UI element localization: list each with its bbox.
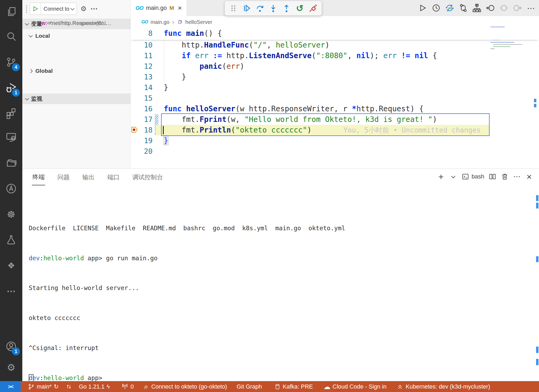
kafka-item[interactable]: Kafka: PRE <box>274 383 313 390</box>
scope-global[interactable]: Global <box>22 65 130 76</box>
kubernetes-context-item[interactable]: Kubernetes: dev (k3d-mycluster) <box>397 383 490 390</box>
navigate-back-icon[interactable] <box>485 2 496 14</box>
breakpoint-gutter[interactable] <box>131 72 139 82</box>
breakpoint-gutter[interactable] <box>131 104 139 114</box>
panel-tab[interactable]: 调试控制台 <box>132 169 163 185</box>
scope-local[interactable]: Local <box>22 30 130 41</box>
code-line[interactable]: 14 } <box>131 82 539 93</box>
close-panel-icon[interactable]: × <box>525 171 533 182</box>
forwarded-ports-item[interactable]: 0 <box>121 383 134 390</box>
drag-handle[interactable] <box>26 5 28 13</box>
code-line[interactable]: 16 func helloServer(w http.ResponseWrite… <box>131 104 539 114</box>
code-area[interactable]: 10 http.HandleFunc("/", helloServer) 11 … <box>131 40 539 157</box>
debug-continue-icon[interactable] <box>241 2 252 14</box>
breakpoint-gutter[interactable] <box>131 61 139 72</box>
debug-launch-select[interactable]: Connect to <box>30 3 77 15</box>
vscode-window: 4 1 ☸ ❖ ⋯ 1 <box>0 0 539 392</box>
search-icon[interactable] <box>0 25 22 48</box>
toolbar-grip[interactable] <box>228 2 239 14</box>
kill-terminal-trash-icon[interactable] <box>501 171 509 182</box>
terminal-token: ^Csignal: interrupt <box>29 344 99 351</box>
code-token: nil <box>415 51 428 60</box>
code-line[interactable]: 20 <box>131 146 539 157</box>
code-line[interactable]: 15 <box>131 93 539 104</box>
overview-ruler[interactable] <box>534 0 537 168</box>
git-graph-item[interactable]: Git Graph <box>237 383 262 390</box>
terminal-dropdown-icon[interactable] <box>449 171 457 182</box>
start-debug-icon[interactable] <box>30 3 41 15</box>
split-terminal-icon[interactable] <box>489 171 496 182</box>
code-token: err <box>226 62 240 71</box>
breakpoint-gutter[interactable] <box>131 50 139 61</box>
account-icon[interactable]: 1 <box>0 335 22 357</box>
panel-more-actions-icon[interactable]: ⋯ <box>513 171 521 182</box>
debug-disconnect-icon[interactable] <box>307 2 319 14</box>
remote-explorer-icon[interactable] <box>0 126 22 148</box>
circle-outline-icon[interactable] <box>498 2 510 14</box>
timeline-history-icon[interactable] <box>430 2 442 14</box>
test-flask-icon[interactable] <box>0 229 22 251</box>
breakpoint-gutter[interactable] <box>131 135 139 146</box>
diamonds-icon[interactable]: ❖ <box>0 254 22 277</box>
breadcrumb-file[interactable]: main.go <box>150 19 169 25</box>
a-circle-icon[interactable] <box>0 177 22 200</box>
debug-restart-icon[interactable]: ↺ <box>294 2 306 14</box>
more-views-icon[interactable]: ⋯ <box>0 280 22 302</box>
git-compare-icon[interactable] <box>457 2 469 14</box>
breakpoint-gutter[interactable] <box>131 146 139 157</box>
views-more-icon[interactable]: ⋯ <box>90 5 98 12</box>
compare-icon <box>66 384 72 390</box>
debug-step-out-icon[interactable] <box>281 2 292 14</box>
panel-tab[interactable]: 输出 <box>82 169 95 185</box>
folders-icon[interactable] <box>0 151 22 174</box>
terminal-output[interactable]: Dockerfile LICENSE Makefile README.md ba… <box>29 194 531 392</box>
tab-main-go[interactable]: GO main.go M × <box>131 0 187 16</box>
code-line[interactable]: 17 fmt.Fprint(w, "Hello world from Oktet… <box>131 114 539 125</box>
code-line[interactable]: 19 } <box>131 135 539 146</box>
code-token: ( <box>222 62 226 71</box>
modified-gutter <box>155 61 158 72</box>
remote-indicator[interactable]: >< <box>0 381 21 392</box>
hierarchy-icon[interactable] <box>471 2 483 14</box>
breakpoint-gutter[interactable] <box>131 82 139 93</box>
panel-tab[interactable]: 问题 <box>57 169 70 185</box>
new-terminal-icon[interactable]: + <box>437 171 445 182</box>
git-branch-item[interactable]: main* ↻ <box>28 383 59 390</box>
cloud-code-item[interactable]: ☁ Cloud Code - Sign in <box>323 383 386 390</box>
debug-step-over-icon[interactable] <box>254 2 266 14</box>
code-line[interactable]: 18 fmt.Println("okteto ccccccc")You, 5小时… <box>131 125 539 135</box>
line-number: 12 <box>139 61 153 72</box>
breakpoint-gutter[interactable] <box>131 125 139 135</box>
breakpoint-gutter[interactable] <box>131 40 139 50</box>
close-tab-icon[interactable]: × <box>178 4 182 12</box>
debug-connect-item[interactable]: Connect to okteto (go-okteto) <box>143 383 227 390</box>
variable-row[interactable]: r: <*net/http.Request>(0… <box>22 18 130 29</box>
panel-tab[interactable]: 终端 <box>32 169 45 185</box>
code-line[interactable]: 11 if err := http.ListenAndServe(":8080"… <box>131 50 539 61</box>
code-line[interactable]: 13 } <box>131 72 539 82</box>
extensions-icon[interactable] <box>0 102 22 124</box>
go-version-item[interactable]: Go 1.21.1 ϟ <box>79 383 110 390</box>
watch-section-header[interactable]: 监视 <box>22 93 130 104</box>
explorer-icon[interactable] <box>0 1 22 23</box>
code-line[interactable]: 10 http.HandleFunc("/", helloServer) <box>131 40 539 50</box>
kubernetes-icon[interactable]: ☸ <box>0 203 22 226</box>
breakpoint-gutter[interactable] <box>131 114 139 125</box>
panel-tab[interactable]: 端口 <box>107 169 120 185</box>
debug-step-into-icon[interactable] <box>267 2 279 14</box>
compare-changes-item[interactable] <box>66 384 72 390</box>
run-debug-icon[interactable]: 1 <box>0 76 22 99</box>
sync-diff-icon[interactable]: diff <box>444 2 456 14</box>
code-line[interactable]: 12 panic(err) <box>131 61 539 72</box>
breakpoint-gutter[interactable] <box>131 93 139 104</box>
breadcrumb-symbol[interactable]: helloServer <box>186 19 212 25</box>
settings-gear-icon[interactable]: ⚙ <box>0 356 22 379</box>
chevron-right-icon <box>35 21 39 25</box>
debug-settings-gear-icon[interactable]: ⚙ <box>81 5 87 12</box>
navigate-forward-icon[interactable] <box>512 2 523 14</box>
bash-terminal-icon[interactable] <box>461 171 469 182</box>
source-control-icon[interactable]: 4 <box>0 51 22 73</box>
shell-label[interactable]: bash <box>471 173 484 180</box>
sticky-scroll-line[interactable]: 8 func main() { <box>131 28 539 40</box>
run-file-icon[interactable] <box>417 2 428 14</box>
